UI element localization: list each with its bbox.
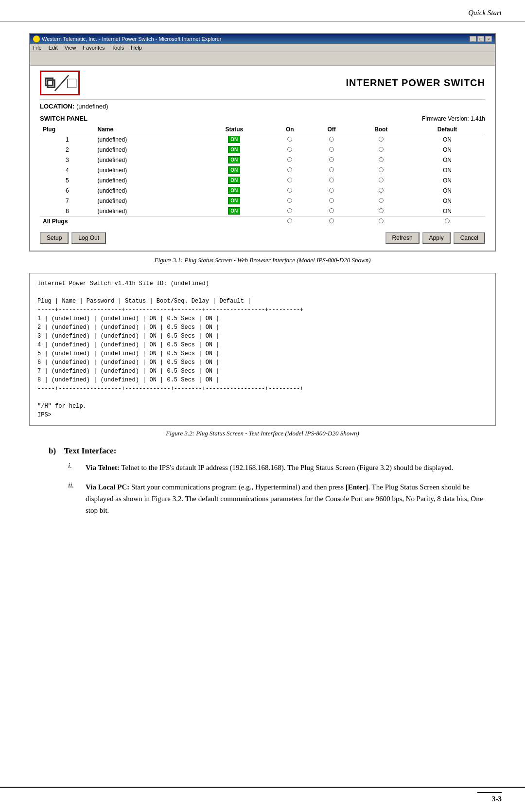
plug-boot-radio[interactable] <box>353 155 409 165</box>
plug-num: 6 <box>40 185 94 196</box>
plug-off-radio[interactable] <box>311 185 353 196</box>
plug-name: (undefined) <box>94 155 199 165</box>
wti-buttons-right: Refresh Apply Cancel <box>385 232 485 244</box>
figure1-caption: Figure 3.1: Plug Status Screen - Web Bro… <box>29 256 496 264</box>
enter-key: [Enter] <box>346 483 368 491</box>
minimize-button[interactable]: _ <box>470 36 476 42</box>
plug-off-radio[interactable] <box>311 196 353 206</box>
page-header: Quick Start <box>0 0 525 21</box>
col-name: Name <box>94 125 199 134</box>
col-off: Off <box>311 125 353 134</box>
col-status: Status <box>199 125 269 134</box>
menu-help[interactable]: Help <box>131 45 142 51</box>
browser-title: Western Telematic, Inc. - Internet Power… <box>42 36 221 42</box>
plug-boot-radio[interactable] <box>353 206 409 217</box>
plug-status: ON <box>199 175 269 185</box>
terminal-divider-top: -----+------------------+-------------+-… <box>37 306 488 314</box>
all-plugs-off[interactable] <box>311 217 353 227</box>
plug-name: (undefined) <box>94 144 199 155</box>
table-row: 8 (undefined) ON ON <box>40 206 485 217</box>
terminal-help: "/H" for help. <box>37 402 488 411</box>
plug-status: ON <box>199 144 269 155</box>
plug-status: ON <box>199 165 269 175</box>
plug-off-radio[interactable] <box>311 144 353 155</box>
titlebar-left: Western Telematic, Inc. - Internet Power… <box>33 36 221 42</box>
plug-boot-radio[interactable] <box>353 185 409 196</box>
plug-on-radio[interactable] <box>269 175 311 185</box>
plug-boot-radio[interactable] <box>353 134 409 145</box>
plug-off-radio[interactable] <box>311 134 353 145</box>
status-on-badge: ON <box>228 197 240 204</box>
plug-default: ON <box>409 155 485 165</box>
menu-file[interactable]: File <box>33 45 42 51</box>
wti-interface: ⧉╱□ INTERNET POWER SWITCH LOCATION: (und… <box>30 66 495 251</box>
sub-item-i: i. Via Telnet: Telnet to the IPS's defau… <box>68 462 496 473</box>
plug-boot-radio[interactable] <box>353 144 409 155</box>
all-plugs-default[interactable] <box>409 217 485 227</box>
plug-on-radio[interactable] <box>269 155 311 165</box>
plug-off-radio[interactable] <box>311 155 353 165</box>
plug-default: ON <box>409 165 485 175</box>
plug-table: Plug Name Status On Off Boot Default 1 (… <box>40 125 485 226</box>
plug-boot-radio[interactable] <box>353 196 409 206</box>
plug-default: ON <box>409 134 485 145</box>
plug-on-radio[interactable] <box>269 144 311 155</box>
wti-header: ⧉╱□ INTERNET POWER SWITCH <box>40 71 485 95</box>
table-row: 2 (undefined) ON ON <box>40 144 485 155</box>
plug-on-radio[interactable] <box>269 165 311 175</box>
sub-item-i-num: i. <box>68 462 78 473</box>
page-number: 3-3 <box>477 792 502 803</box>
terminal-col-headers: Plug | Name | Password | Status | Boot/S… <box>37 297 488 306</box>
terminal-blank1 <box>37 288 488 297</box>
plug-off-radio[interactable] <box>311 206 353 217</box>
plug-num: 5 <box>40 175 94 185</box>
logout-button[interactable]: Log Out <box>71 232 106 244</box>
plug-on-radio[interactable] <box>269 185 311 196</box>
status-on-badge: ON <box>228 177 240 184</box>
status-on-badge: ON <box>228 146 240 153</box>
plug-default: ON <box>409 144 485 155</box>
sub-item-ii-content: Via Local PC: Start your communications … <box>86 481 496 516</box>
plug-on-radio[interactable] <box>269 196 311 206</box>
status-on-badge: ON <box>228 207 240 215</box>
all-plugs-boot[interactable] <box>353 217 409 227</box>
cancel-button[interactable]: Cancel <box>454 232 485 244</box>
all-plugs-on[interactable] <box>269 217 311 227</box>
terminal-rows: 1 | (undefined) | (undefined) | ON | 0.5… <box>37 314 488 384</box>
plug-boot-radio[interactable] <box>353 165 409 175</box>
location-bar: LOCATION: (undefined) <box>40 99 485 110</box>
terminal-row: 8 | (undefined) | (undefined) | ON | 0.5… <box>37 376 488 384</box>
plug-off-radio[interactable] <box>311 175 353 185</box>
menu-view[interactable]: View <box>65 45 76 51</box>
terminal-row: 7 | (undefined) | (undefined) | ON | 0.5… <box>37 367 488 376</box>
location-value: (undefined) <box>76 103 108 110</box>
maximize-button[interactable]: □ <box>477 36 484 42</box>
all-plugs-label: All Plugs <box>40 217 199 227</box>
plug-off-radio[interactable] <box>311 165 353 175</box>
refresh-button[interactable]: Refresh <box>385 232 420 244</box>
plug-on-radio[interactable] <box>269 134 311 145</box>
terminal-row: 1 | (undefined) | (undefined) | ON | 0.5… <box>37 314 488 323</box>
all-plugs-status <box>199 217 269 227</box>
wti-buttons: Setup Log Out Refresh Apply Cancel <box>40 232 485 244</box>
plug-default: ON <box>409 196 485 206</box>
plug-name: (undefined) <box>94 185 199 196</box>
apply-button[interactable]: Apply <box>422 232 451 244</box>
status-on-badge: ON <box>228 187 240 194</box>
section-b: b) Text Interface: i. Via Telnet: Telnet… <box>29 446 496 516</box>
menu-tools[interactable]: Tools <box>112 45 124 51</box>
plug-default: ON <box>409 185 485 196</box>
col-on: On <box>269 125 311 134</box>
plug-boot-radio[interactable] <box>353 175 409 185</box>
setup-button[interactable]: Setup <box>40 232 69 244</box>
menu-favorites[interactable]: Favorites <box>83 45 105 51</box>
plug-num: 8 <box>40 206 94 217</box>
col-plug: Plug <box>40 125 94 134</box>
menu-edit[interactable]: Edit <box>49 45 58 51</box>
plug-name: (undefined) <box>94 175 199 185</box>
plug-on-radio[interactable] <box>269 206 311 217</box>
via-local-pc-text: Start your communications program (e.g.,… <box>86 483 483 514</box>
close-button[interactable]: × <box>485 36 492 42</box>
firmware-version: Firmware Version: 1.41h <box>422 115 485 122</box>
terminal-row: 6 | (undefined) | (undefined) | ON | 0.5… <box>37 358 488 367</box>
